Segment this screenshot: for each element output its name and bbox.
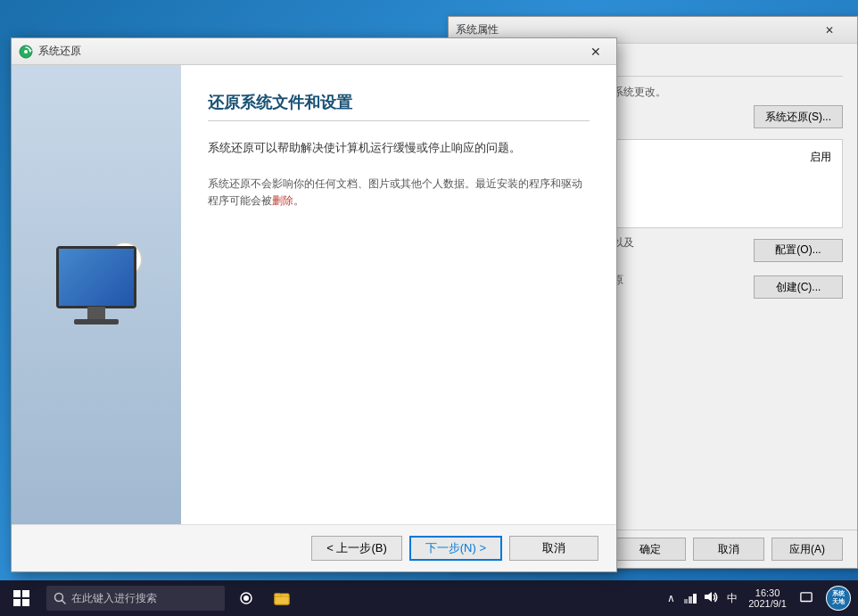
restore-desc2-part2: 。 <box>293 194 304 207</box>
svg-text:天地: 天地 <box>831 597 846 604</box>
svg-rect-15 <box>275 596 289 604</box>
start-button[interactable] <box>0 580 43 616</box>
svg-marker-19 <box>705 592 712 602</box>
restore-titlebar: 系统还原 ✕ <box>12 38 616 65</box>
svg-rect-7 <box>22 590 29 597</box>
restore-illustration <box>43 246 150 344</box>
taskbar: 在此键入进行搜索 ∧ <box>0 580 858 616</box>
file-explorer-btn[interactable] <box>264 580 300 616</box>
restore-desc1: 系统还原可以帮助解决使计算机运行缓慢或停止响应的问题。 <box>208 139 590 158</box>
apply-btn[interactable]: 应用(A) <box>771 538 843 561</box>
system-restore-btn[interactable]: 系统还原(S)... <box>754 105 843 128</box>
language-indicator[interactable]: 中 <box>723 591 741 606</box>
restore-sidebar <box>12 65 181 524</box>
svg-rect-17 <box>689 596 692 604</box>
status-col: 启用 <box>810 150 831 165</box>
taskview-btn[interactable] <box>228 580 264 616</box>
website-logo-area[interactable]: 系统 天地 <box>819 584 858 612</box>
restore-title-icon <box>19 45 33 59</box>
restore-close-btn[interactable]: ✕ <box>575 38 616 65</box>
svg-rect-20 <box>801 593 812 602</box>
search-bar[interactable]: 在此键入进行搜索 <box>46 586 225 611</box>
svg-rect-9 <box>22 599 29 606</box>
monitor-base <box>74 319 119 324</box>
svg-text:系统: 系统 <box>832 589 846 596</box>
system-props-controls: ✕ <box>809 17 850 44</box>
desktop: 系统属性 ✕ 远程 使用系统保护可以撤销不需要的系统更改。 系统还原(S)...… <box>0 0 858 616</box>
restore-heading: 还原系统文件和设置 <box>208 92 590 121</box>
system-props-title: 系统属性 <box>456 22 809 37</box>
system-props-close[interactable]: ✕ <box>809 17 850 44</box>
svg-point-1 <box>24 50 28 53</box>
svg-rect-18 <box>693 594 697 604</box>
dialog-cancel-btn[interactable]: 取消 <box>509 536 598 561</box>
network-icon[interactable] <box>684 590 698 607</box>
volume-icon[interactable] <box>704 590 718 607</box>
clock-time: 16:30 <box>748 587 787 598</box>
search-icon <box>54 592 66 604</box>
restore-dialog: 系统还原 ✕ <box>11 37 617 572</box>
cancel-btn[interactable]: 取消 <box>693 538 764 561</box>
back-btn[interactable]: < 上一步(B) <box>311 536 402 561</box>
restore-desc2-highlight: 删除 <box>272 194 293 207</box>
monitor-screen <box>59 249 134 306</box>
notification-btn[interactable] <box>794 580 819 616</box>
restore-desc2: 系统还原不会影响你的任何文档、图片或其他个人数据。最近安装的程序和驱动程序可能会… <box>208 176 590 209</box>
restore-content: 还原系统文件和设置 系统还原可以帮助解决使计算机运行缓慢或停止响应的问题。 系统… <box>181 65 616 524</box>
restore-footer: < 上一步(B) 下一步(N) > 取消 <box>12 524 616 571</box>
monitor-body <box>56 246 136 308</box>
svg-rect-6 <box>13 590 21 597</box>
configure-btn[interactable]: 配置(O)... <box>754 239 843 262</box>
monitor-illustration <box>43 246 150 344</box>
svg-line-11 <box>62 601 66 604</box>
svg-rect-8 <box>13 599 21 606</box>
clock-date: 2021/9/1 <box>748 598 787 609</box>
clock[interactable]: 16:30 2021/9/1 <box>741 587 794 609</box>
restore-title-text: 系统还原 <box>38 44 575 59</box>
search-placeholder: 在此键入进行搜索 <box>71 591 157 606</box>
restore-body: 还原系统文件和设置 系统还原可以帮助解决使计算机运行缓慢或停止响应的问题。 系统… <box>12 65 616 524</box>
ok-btn[interactable]: 确定 <box>615 538 686 561</box>
svg-rect-16 <box>684 599 688 604</box>
restore-desc2-part1: 系统还原不会影响你的任何文档、图片或其他个人数据。最近安装的程序和驱动程序可能会… <box>208 177 582 207</box>
create-btn[interactable]: 创建(C)... <box>754 275 843 299</box>
website-logo: 系统 天地 <box>826 586 851 611</box>
system-tray: ∧ <box>658 590 723 607</box>
svg-point-13 <box>243 595 249 601</box>
next-btn[interactable]: 下一步(N) > <box>409 536 502 561</box>
tray-expand-icon[interactable]: ∧ <box>664 592 679 604</box>
